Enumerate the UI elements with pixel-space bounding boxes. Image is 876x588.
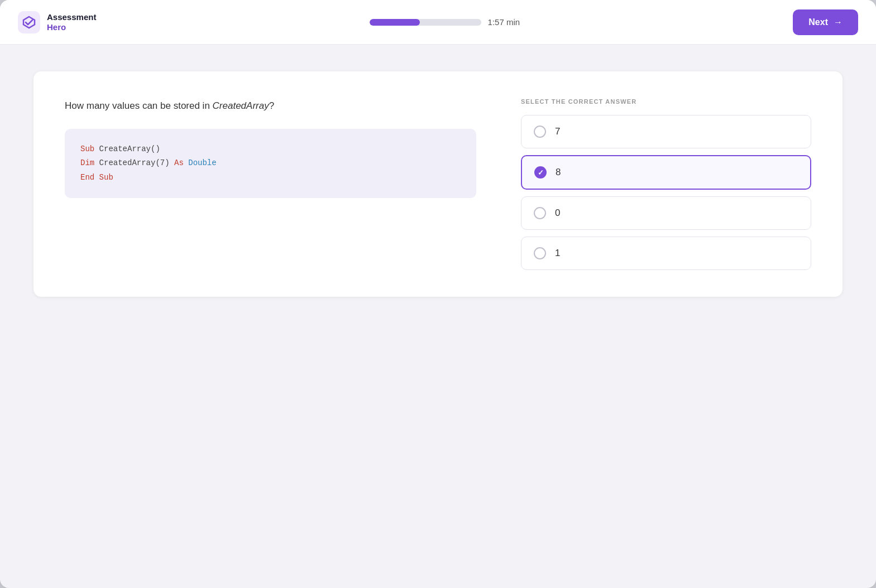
kw-dim: Dim [80,158,99,167]
type-double: Double [188,158,216,167]
answer-option-7[interactable]: 7 [521,115,811,148]
answer-option-0[interactable]: 0 [521,196,811,230]
question-italic: CreatedArray [213,100,269,111]
answer-option-1[interactable]: 1 [521,237,811,270]
progress-bar-container [370,19,481,26]
fn-name: CreateArray() [99,144,160,153]
logo-name-top: Assessment [47,12,96,22]
question-card: How many values can be stored in Created… [33,71,843,297]
next-button-label: Next [808,17,828,27]
question-left: How many values can be stored in Created… [65,98,476,270]
timer-area: 1:57 min [96,17,793,27]
answer-value-7: 7 [555,126,560,137]
radio-8: ✓ [534,166,547,179]
arrow-right-icon: → [834,17,843,27]
answer-option-8[interactable]: ✓ 8 [521,155,811,190]
code-line-1: Sub CreateArray() [80,142,461,156]
code-block: Sub CreateArray() Dim CreatedArray(7) As… [65,129,476,198]
main-content: How many values can be stored in Created… [0,45,876,588]
logo-icon [18,11,40,33]
question-text: How many values can be stored in Created… [65,98,476,113]
code-line-2: Dim CreatedArray(7) As Double [80,156,461,170]
check-icon: ✓ [538,168,544,177]
radio-0 [534,207,546,219]
app-window: Assessment Hero 1:57 min Next → How many… [0,0,876,588]
question-text-before: How many values can be stored in [65,100,213,111]
kw-as: As [174,158,188,167]
header: Assessment Hero 1:57 min Next → [0,0,876,45]
radio-7 [534,126,546,138]
question-text-after: ? [269,100,274,111]
select-label: SELECT THE CORRECT ANSWER [521,98,811,105]
answer-value-8: 8 [556,167,561,178]
logo-area: Assessment Hero [18,11,96,33]
answer-value-1: 1 [555,248,560,259]
arr-decl: CreatedArray(7) [99,158,174,167]
kw-end-sub: End Sub [80,173,113,182]
logo-text: Assessment Hero [47,12,96,32]
progress-bar-fill [370,19,420,26]
answer-value-0: 0 [555,208,560,219]
timer-text: 1:57 min [488,17,520,27]
kw-sub: Sub [80,144,99,153]
next-button[interactable]: Next → [793,9,858,35]
code-line-3: End Sub [80,171,461,185]
logo-name-bottom: Hero [47,22,96,32]
svg-rect-0 [18,11,40,33]
question-right: SELECT THE CORRECT ANSWER 7 ✓ 8 [521,98,811,270]
answer-options: 7 ✓ 8 0 [521,115,811,270]
radio-1 [534,247,546,259]
